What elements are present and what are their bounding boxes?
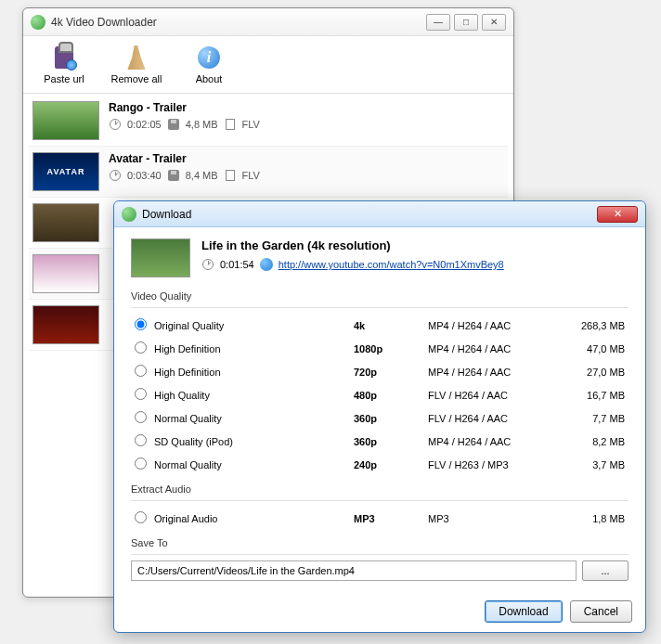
dialog-titlebar: Download ✕ [114,201,645,227]
clock-icon [201,258,214,271]
dialog-title: Download [142,208,191,221]
quality-label: High Definition [150,337,350,360]
broom-icon [123,45,149,71]
clock-icon [109,118,122,131]
quality-size: 47,0 MB [564,337,629,360]
video-duration: 0:01:54 [220,259,254,270]
quality-size: 27,0 MB [564,360,629,383]
table-row[interactable]: Original Audio MP3 MP3 1,8 MB [131,507,629,530]
thumbnail [32,305,99,344]
dialog-body: Life in the Garden (4k resolution) 0:01:… [114,227,645,592]
quality-resolution: 720p [350,360,424,383]
quality-size: 8,2 MB [564,430,629,453]
dialog-footer: Download Cancel [485,600,632,623]
quality-format: MP4 / H264 / AAC [424,430,564,453]
browse-button[interactable]: ... [582,560,629,581]
quality-label: Original Quality [150,314,350,337]
toolbar: Paste url Remove all i About [23,36,513,94]
table-row[interactable]: Normal Quality 240p FLV / H263 / MP3 3,7… [131,453,629,476]
thumbnail [32,203,99,242]
list-item[interactable]: Rango - Trailer 0:02:05 4,8 MB FLV [29,96,508,147]
quality-format: FLV / H264 / AAC [424,383,564,406]
info-icon: i [196,45,222,71]
doc-icon [224,169,237,182]
doc-icon [224,118,237,131]
cancel-button[interactable]: Cancel [570,600,632,623]
format: FLV [242,170,260,181]
divider [131,554,629,555]
quality-radio[interactable] [135,434,147,446]
quality-format: MP4 / H264 / AAC [424,337,564,360]
quality-table: Original Quality 4k MP4 / H264 / AAC 268… [131,314,629,476]
quality-radio[interactable] [135,365,147,377]
quality-format: MP3 [424,507,564,530]
quality-label: Normal Quality [150,406,350,430]
table-row[interactable]: High Quality 480p FLV / H264 / AAC 16,7 … [131,383,629,406]
remove-all-button[interactable]: Remove all [109,42,164,87]
remove-all-label: Remove all [110,73,162,84]
clock-icon [109,169,122,182]
download-button[interactable]: Download [485,600,562,623]
table-row[interactable]: Normal Quality 360p FLV / H264 / AAC 7,7… [131,406,629,430]
table-row[interactable]: High Definition 1080p MP4 / H264 / AAC 4… [131,337,629,360]
minimize-button[interactable]: — [426,14,450,31]
filesize: 8,4 MB [186,170,218,181]
quality-size: 3,7 MB [564,453,629,476]
disk-icon [167,169,180,182]
paste-url-button[interactable]: Paste url [36,42,92,87]
quality-resolution: 1080p [350,337,424,360]
quality-size: 7,7 MB [564,406,629,430]
divider [131,307,629,308]
titlebar: 4k Video Downloader — □ ✕ [23,8,513,36]
quality-radio[interactable] [135,388,147,400]
thumbnail: AVATAR [32,152,99,191]
audio-section-label: Extract Audio [131,483,629,495]
dialog-app-icon [122,207,136,222]
divider [131,500,629,501]
globe-icon [260,258,273,271]
quality-label: Normal Quality [150,453,350,476]
quality-label: SD Quality (iPod) [150,430,350,453]
dialog-header: Life in the Garden (4k resolution) 0:01:… [131,238,629,277]
disk-icon [167,118,180,131]
app-title: 4k Video Downloader [51,16,426,29]
quality-resolution: 480p [350,383,424,406]
quality-resolution: 360p [350,430,424,453]
quality-label: Original Audio [150,507,350,530]
thumbnail [32,254,99,293]
audio-table: Original Audio MP3 MP3 1,8 MB [131,507,629,530]
quality-format: FLV / H264 / AAC [424,406,564,430]
quality-format: MP4 / H264 / AAC [424,314,564,337]
table-row[interactable]: Original Quality 4k MP4 / H264 / AAC 268… [131,314,629,337]
thumbnail [32,101,99,140]
save-path-input[interactable] [131,560,577,581]
quality-radio[interactable] [135,411,147,423]
dialog-close-button[interactable]: ✕ [597,206,638,223]
quality-resolution: 4k [350,314,424,337]
maximize-button[interactable]: □ [454,14,478,31]
video-url-link[interactable]: http://www.youtube.com/watch?v=N0m1XmvBe… [279,259,504,270]
quality-size: 268,3 MB [564,314,629,337]
quality-radio[interactable] [135,318,147,330]
quality-format: FLV / H263 / MP3 [424,453,564,476]
quality-radio[interactable] [135,457,147,470]
quality-resolution: 360p [350,406,424,430]
quality-radio[interactable] [135,511,147,523]
quality-section-label: Video Quality [131,290,629,302]
duration: 0:02:05 [127,119,162,130]
save-section-label: Save To [131,537,629,548]
quality-resolution: 240p [350,453,424,476]
about-button[interactable]: i About [181,42,237,87]
format: FLV [242,119,260,130]
quality-size: 1,8 MB [564,507,629,530]
filesize: 4,8 MB [186,119,218,130]
table-row[interactable]: SD Quality (iPod) 360p MP4 / H264 / AAC … [131,430,629,453]
list-item[interactable]: AVATAR Avatar - Trailer 0:03:40 8,4 MB F… [29,147,508,198]
paste-url-label: Paste url [44,73,84,84]
about-label: About [196,73,223,84]
quality-resolution: MP3 [350,507,424,530]
quality-radio[interactable] [135,341,147,354]
app-icon [31,15,45,30]
close-button[interactable]: ✕ [482,14,506,31]
table-row[interactable]: High Definition 720p MP4 / H264 / AAC 27… [131,360,629,383]
